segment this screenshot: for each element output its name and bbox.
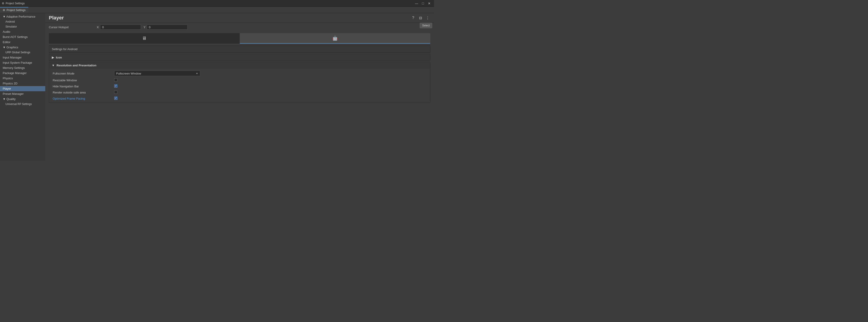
android-icon: 🤖: [332, 35, 338, 41]
sidebar-item-universal-rp[interactable]: Universal RP Settings: [0, 102, 45, 107]
sidebar-item-label-input-manager: Input Manager: [3, 56, 22, 59]
sidebar-item-label-input-system: Input System Package: [3, 61, 32, 64]
sidebar-item-label-physics: Physics: [3, 77, 13, 80]
sidebar-item-label-memory-settings: Memory Settings: [3, 66, 25, 70]
resolution-section-body: Fullscreen Mode Fullscreen Window ▼ Resi…: [49, 69, 430, 103]
sidebar-item-label-audio: Audio: [3, 30, 10, 33]
maximize-button[interactable]: □: [420, 1, 426, 6]
sidebar-item-urp-global[interactable]: URP Global Settings: [0, 50, 45, 55]
sidebar-item-quality[interactable]: ▼ Quality: [0, 97, 45, 102]
sidebar-item-physics-2d[interactable]: Physics 2D: [0, 81, 45, 86]
sidebar-item-label-burst-aot: Burst AOT Settings: [3, 35, 28, 39]
settings-button[interactable]: ⊟: [418, 15, 423, 21]
platform-bar: 🖥 🤖: [49, 33, 430, 44]
sidebar-item-android[interactable]: Android: [0, 19, 45, 24]
sidebar-item-label-physics-2d: Physics 2D: [3, 82, 18, 85]
title-bar: ⚙ Project Settings — □ ✕: [0, 0, 434, 7]
sidebar-item-input-manager[interactable]: Input Manager: [0, 55, 45, 60]
cursor-hotspot-label: Cursor Hotspot: [49, 26, 94, 29]
sidebar-item-physics[interactable]: Physics: [0, 76, 45, 81]
sidebar-item-label-quality: ▼ Quality: [3, 97, 16, 101]
minimize-button[interactable]: —: [414, 1, 420, 6]
sidebar-item-input-system[interactable]: Input System Package: [0, 60, 45, 65]
header-icons: ? ⊟ ⋮: [410, 15, 430, 21]
fullscreen-mode-label: Fullscreen Mode: [53, 72, 112, 75]
resolution-section-label: Resolution and Presentation: [57, 64, 96, 67]
settings-for-android-section: Settings for Android: [49, 45, 430, 53]
resolution-section-triangle: ▼: [52, 64, 55, 67]
content-header: Player ? ⊟ ⋮: [45, 13, 434, 23]
sidebar-item-label-preset-manager: Preset Manager: [3, 92, 24, 96]
icon-section-label: Icon: [56, 56, 62, 59]
title-bar-controls: — □ ✕: [414, 1, 432, 6]
render-outside-safe-checkbox[interactable]: [114, 91, 117, 94]
sidebar-item-label-graphics: ▼ Graphics: [3, 46, 18, 49]
y-label: Y: [144, 26, 146, 29]
sidebar-item-package-manager[interactable]: Package Manager: [0, 70, 45, 76]
sidebar-item-editor[interactable]: Editor: [0, 39, 45, 45]
help-button[interactable]: ?: [410, 15, 416, 21]
hide-nav-bar-value: [114, 84, 427, 88]
platform-tab-desktop[interactable]: 🖥: [49, 33, 240, 44]
main-layout: ▼ Adaptive PerformanceAndroidSimulatorAu…: [0, 13, 434, 161]
window-title: Project Settings: [6, 2, 25, 5]
render-outside-safe-row: Render outside safe area: [49, 90, 430, 96]
sidebar-item-burst-aot[interactable]: Burst AOT Settings: [0, 34, 45, 39]
optimized-frame-label[interactable]: Optimized Frame Pacing: [53, 97, 112, 100]
title-bar-left: ⚙ Project Settings: [2, 2, 25, 5]
cursor-y-group: Y: [144, 25, 188, 30]
sidebar-item-label-package-manager: Package Manager: [3, 71, 27, 75]
icon-section: ▶ Icon: [49, 54, 430, 61]
cursor-hotspot-row: Cursor Hotspot X Y: [45, 23, 434, 31]
fullscreen-mode-text: Fullscreen Window: [116, 72, 141, 75]
cursor-x-group: X: [97, 25, 141, 30]
fullscreen-mode-dropdown[interactable]: Fullscreen Window ▼: [114, 71, 200, 76]
icon-section-triangle: ▶: [52, 56, 54, 59]
icon-section-header[interactable]: ▶ Icon: [49, 54, 430, 61]
resizable-window-value: [114, 78, 427, 82]
page-title: Player: [49, 15, 64, 21]
sidebar-item-adaptive-performance[interactable]: ▼ Adaptive Performance: [0, 14, 45, 19]
tab-bar: ⚙ Project Settings: [0, 7, 434, 13]
monitor-icon: 🖥: [142, 36, 147, 41]
project-settings-tab[interactable]: ⚙ Project Settings: [0, 7, 28, 13]
sidebar-item-player[interactable]: Player: [0, 86, 45, 91]
sidebar-item-graphics[interactable]: ▼ Graphics: [0, 45, 45, 50]
resizable-window-checkbox[interactable]: [114, 78, 117, 81]
sidebar-item-preset-manager[interactable]: Preset Manager: [0, 91, 45, 97]
content-area: Player ? ⊟ ⋮ Cursor Hotspot X Y Select: [45, 13, 434, 161]
app-icon: ⚙: [2, 2, 4, 5]
sidebar-item-audio[interactable]: Audio: [0, 29, 45, 34]
sidebar-item-label-player: Player: [3, 87, 11, 90]
fullscreen-mode-row: Fullscreen Mode Fullscreen Window ▼: [49, 70, 430, 77]
optimized-frame-checkbox[interactable]: [114, 97, 117, 100]
x-label: X: [97, 26, 99, 29]
platform-tab-android[interactable]: 🤖: [240, 33, 431, 44]
more-button[interactable]: ⋮: [425, 15, 430, 21]
resolution-section-header[interactable]: ▼ Resolution and Presentation: [49, 62, 430, 69]
hide-nav-bar-checkbox[interactable]: [114, 84, 117, 87]
resizable-window-row: Resizable Window: [49, 77, 430, 83]
hide-nav-bar-label: Hide Navigation Bar: [53, 85, 112, 88]
sidebar-item-memory-settings[interactable]: Memory Settings: [0, 65, 45, 70]
close-button[interactable]: ✕: [426, 1, 432, 6]
render-outside-safe-label: Render outside safe area: [53, 91, 112, 94]
resizable-window-label: Resizable Window: [53, 79, 112, 82]
cursor-x-input[interactable]: [100, 25, 141, 30]
resolution-section: ▼ Resolution and Presentation Fullscreen…: [49, 62, 430, 103]
cursor-y-input[interactable]: [147, 25, 187, 30]
sidebar: ▼ Adaptive PerformanceAndroidSimulatorAu…: [0, 13, 45, 161]
optimized-frame-row: Optimized Frame Pacing: [49, 96, 430, 102]
tab-icon: ⚙: [3, 9, 5, 12]
dropdown-arrow-icon: ▼: [196, 72, 198, 75]
optimized-frame-value: [114, 97, 427, 101]
sidebar-item-label-simulator: Simulator: [5, 25, 17, 28]
sidebar-item-simulator[interactable]: Simulator: [0, 24, 45, 29]
sidebar-item-label-universal-rp: Universal RP Settings: [5, 103, 32, 106]
fullscreen-mode-value: Fullscreen Window ▼: [114, 71, 427, 76]
select-button[interactable]: Select: [420, 23, 432, 28]
sidebar-item-label-editor: Editor: [3, 40, 10, 44]
sidebar-item-label-adaptive-performance: ▼ Adaptive Performance: [3, 15, 35, 18]
hide-nav-bar-row: Hide Navigation Bar: [49, 83, 430, 90]
render-outside-safe-value: [114, 91, 427, 95]
